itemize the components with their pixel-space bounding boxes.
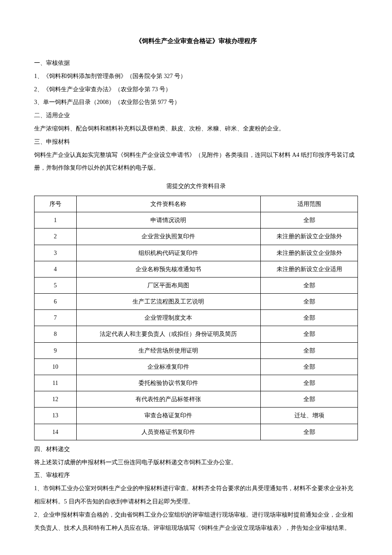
table-cell: 生产工艺流程图及工艺说明: [76, 294, 261, 310]
section-heading: 三、申报材料: [34, 136, 358, 149]
table-cell: 审查合格证复印件: [76, 408, 261, 424]
body-text: 1、市饲料工业办公室对饲料生产企业的申报材料进行审查。材料齐全符合要求的出具受理…: [34, 482, 358, 509]
table-row: 9生产经营场所使用证明全部: [35, 342, 358, 358]
body-text: 2、《饲料生产企业审查办法》（农业部令第 73 号）: [34, 83, 358, 96]
table-cell: 全部: [261, 294, 358, 310]
body-text: 1、《饲料和饲料添加剂管理条例》（国务院令第 327 号）: [34, 70, 358, 83]
section-heading: 四、材料递交: [34, 443, 358, 456]
table-row: 8法定代表人和主要负责人（或拟任）身份证明及简历全部: [35, 326, 358, 342]
table-cell: 全部: [261, 358, 358, 375]
table-row: 2企业营业执照复印件未注册的新设立企业除外: [35, 228, 358, 245]
table-cell: 迁址、增项: [261, 408, 358, 424]
table-cell: 有代表性的产品标签样张: [76, 391, 261, 408]
table-row: 7企业管理制度文本全部: [35, 310, 358, 326]
table-cell: 10: [35, 358, 77, 375]
table-cell: 委托检验协议书复印件: [76, 375, 261, 391]
table-row: 1申请情况说明全部: [35, 212, 358, 228]
table-row: 6生产工艺流程图及工艺说明全部: [35, 294, 358, 310]
table-row: 5厂区平面布局图全部: [35, 277, 358, 293]
col-header-scope: 适用范围: [261, 196, 358, 212]
table-cell: 企业标准复印件: [76, 358, 261, 375]
body-text: 将上述装订成册的申报材料一式三份连同电子版材料递交市饲料工业办公室。: [34, 456, 358, 469]
table-cell: 1: [35, 212, 77, 228]
table-cell: 11: [35, 375, 77, 391]
body-text: 饲料生产企业认真如实完整填写《饲料生产企业设立申请书》（见附件）各类项目，连同以…: [34, 149, 358, 175]
col-header-seq: 序号: [35, 196, 77, 212]
table-cell: 未注册的新设立企业除外: [261, 228, 358, 245]
table-caption: 需提交的文件资料目录: [34, 180, 358, 193]
table-cell: 组织机构代码证复印件: [76, 245, 261, 261]
table-cell: 企业营业执照复印件: [76, 228, 261, 245]
table-cell: 人员资格证书复印件: [76, 424, 261, 440]
table-cell: 5: [35, 277, 77, 293]
table-cell: 全部: [261, 277, 358, 293]
table-cell: 厂区平面布局图: [76, 277, 261, 293]
table-cell: 未注册的新设立企业适用: [261, 261, 358, 277]
table-cell: 8: [35, 326, 77, 342]
section-heading: 二、适用企业: [34, 109, 358, 122]
body-text: 生产浓缩饲料、配合饲料和精料补充料以及饼粕类、麸皮、次粉、米糠、碎米、全麦粉的企…: [34, 122, 358, 136]
section-heading: 一、审核依据: [34, 57, 358, 70]
page-title: 《饲料生产企业审查合格证》审核办理程序: [34, 34, 358, 48]
table-row: 10企业标准复印件全部: [35, 358, 358, 375]
table-row: 3组织机构代码证复印件未注册的新设立企业除外: [35, 245, 358, 261]
table-cell: 全部: [261, 342, 358, 358]
table-cell: 未注册的新设立企业除外: [261, 245, 358, 261]
table-cell: 申请情况说明: [76, 212, 261, 228]
table-cell: 3: [35, 245, 77, 261]
table-cell: 企业管理制度文本: [76, 310, 261, 326]
table-cell: 企业名称预先核准通知书: [76, 261, 261, 277]
table-cell: 全部: [261, 391, 358, 408]
section-heading: 五、审核程序: [34, 469, 358, 482]
table-row: 11委托检验协议书复印件全部: [35, 375, 358, 391]
table-cell: 全部: [261, 424, 358, 440]
table-row: 4企业名称预先核准通知书未注册的新设立企业适用: [35, 261, 358, 277]
table-cell: 14: [35, 424, 77, 440]
table-cell: 13: [35, 408, 77, 424]
col-header-name: 文件资料名称: [76, 196, 261, 212]
body-text: 3、单一饲料产品目录（2008）（农业部公告第 977 号）: [34, 96, 358, 109]
table-row: 13审查合格证复印件迁址、增项: [35, 408, 358, 424]
table-cell: 法定代表人和主要负责人（或拟任）身份证明及简历: [76, 326, 261, 342]
table-cell: 9: [35, 342, 77, 358]
table-cell: 全部: [261, 375, 358, 391]
table-header-row: 序号 文件资料名称 适用范围: [35, 196, 358, 212]
table-row: 12有代表性的产品标签样张全部: [35, 391, 358, 408]
table-row: 14人员资格证书复印件全部: [35, 424, 358, 440]
table-cell: 全部: [261, 212, 358, 228]
table-cell: 全部: [261, 310, 358, 326]
table-cell: 12: [35, 391, 77, 408]
table-cell: 全部: [261, 326, 358, 342]
body-text: 2、企业申报材料审查合格的，交由省饲料工业办公室组织的评审组进行现场审核。进行现…: [34, 509, 358, 535]
table-cell: 7: [35, 310, 77, 326]
table-cell: 生产经营场所使用证明: [76, 342, 261, 358]
table-cell: 6: [35, 294, 77, 310]
table-cell: 2: [35, 228, 77, 245]
table-cell: 4: [35, 261, 77, 277]
documents-table: 序号 文件资料名称 适用范围 1申请情况说明全部2企业营业执照复印件未注册的新设…: [34, 196, 358, 440]
